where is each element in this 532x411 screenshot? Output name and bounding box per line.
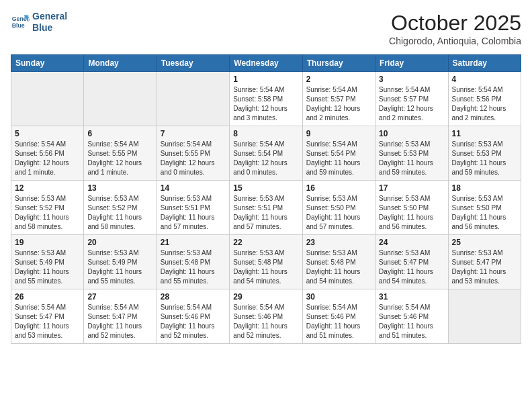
calendar-cell: 12Sunrise: 5:53 AMSunset: 5:52 PMDayligh… (11, 181, 84, 235)
calendar-cell: 13Sunrise: 5:53 AMSunset: 5:52 PMDayligh… (84, 181, 157, 235)
logo-text-line1: General (32, 11, 67, 22)
day-number: 10 (379, 129, 444, 138)
weekday-header-saturday: Saturday (448, 55, 521, 72)
day-info: Sunrise: 5:53 AMSunset: 5:51 PMDaylight:… (161, 194, 226, 232)
day-number: 3 (379, 75, 444, 84)
calendar-cell: 1Sunrise: 5:54 AMSunset: 5:58 PMDaylight… (230, 72, 302, 126)
calendar-week-row: 1Sunrise: 5:54 AMSunset: 5:58 PMDaylight… (11, 72, 521, 126)
calendar-cell: 11Sunrise: 5:53 AMSunset: 5:53 PMDayligh… (448, 126, 521, 181)
day-info: Sunrise: 5:53 AMSunset: 5:49 PMDaylight:… (87, 248, 152, 286)
page-header: General Blue General Blue October 2025 C… (11, 11, 521, 46)
day-info: Sunrise: 5:54 AMSunset: 5:57 PMDaylight:… (306, 85, 371, 123)
day-info: Sunrise: 5:53 AMSunset: 5:50 PMDaylight:… (379, 194, 444, 232)
svg-text:Blue: Blue (12, 22, 25, 29)
title-block: October 2025 Chigorodo, Antioquia, Colom… (389, 11, 521, 46)
month-title: October 2025 (389, 11, 521, 36)
calendar-week-row: 26Sunrise: 5:54 AMSunset: 5:47 PMDayligh… (11, 289, 521, 344)
calendar-cell: 28Sunrise: 5:54 AMSunset: 5:46 PMDayligh… (157, 289, 229, 344)
day-info: Sunrise: 5:54 AMSunset: 5:46 PMDaylight:… (379, 303, 444, 340)
calendar-cell: 8Sunrise: 5:54 AMSunset: 5:54 PMDaylight… (230, 126, 302, 181)
day-number: 29 (233, 292, 298, 302)
day-number: 6 (87, 129, 152, 138)
day-number: 16 (306, 183, 371, 193)
calendar-week-row: 19Sunrise: 5:53 AMSunset: 5:49 PMDayligh… (11, 235, 521, 289)
day-number: 20 (87, 238, 152, 247)
weekday-header-tuesday: Tuesday (157, 55, 229, 72)
logo-text-line2: Blue (32, 22, 67, 34)
day-number: 21 (161, 238, 226, 247)
day-info: Sunrise: 5:54 AMSunset: 5:46 PMDaylight:… (161, 303, 226, 340)
logo-icon: General Blue (11, 13, 30, 32)
calendar-cell: 15Sunrise: 5:53 AMSunset: 5:51 PMDayligh… (230, 181, 302, 235)
day-info: Sunrise: 5:53 AMSunset: 5:48 PMDaylight:… (161, 248, 226, 286)
day-number: 7 (161, 129, 226, 138)
day-number: 18 (452, 183, 517, 193)
calendar-cell: 31Sunrise: 5:54 AMSunset: 5:46 PMDayligh… (375, 289, 448, 344)
calendar-cell: 25Sunrise: 5:53 AMSunset: 5:47 PMDayligh… (448, 235, 521, 289)
day-info: Sunrise: 5:54 AMSunset: 5:55 PMDaylight:… (87, 140, 152, 177)
day-number: 15 (233, 183, 298, 193)
day-info: Sunrise: 5:54 AMSunset: 5:46 PMDaylight:… (233, 303, 298, 340)
calendar-table: SundayMondayTuesdayWednesdayThursdayFrid… (11, 54, 521, 344)
calendar-cell: 20Sunrise: 5:53 AMSunset: 5:49 PMDayligh… (84, 235, 157, 289)
calendar-cell: 16Sunrise: 5:53 AMSunset: 5:50 PMDayligh… (302, 181, 375, 235)
day-info: Sunrise: 5:53 AMSunset: 5:52 PMDaylight:… (87, 194, 152, 232)
calendar-cell: 27Sunrise: 5:54 AMSunset: 5:47 PMDayligh… (84, 289, 157, 344)
day-number: 23 (306, 238, 371, 247)
day-number: 27 (87, 292, 152, 302)
day-info: Sunrise: 5:53 AMSunset: 5:53 PMDaylight:… (379, 140, 444, 177)
calendar-cell: 7Sunrise: 5:54 AMSunset: 5:55 PMDaylight… (157, 126, 229, 181)
day-info: Sunrise: 5:53 AMSunset: 5:49 PMDaylight:… (15, 248, 80, 286)
day-number: 8 (233, 129, 298, 138)
calendar-cell: 10Sunrise: 5:53 AMSunset: 5:53 PMDayligh… (375, 126, 448, 181)
day-info: Sunrise: 5:54 AMSunset: 5:54 PMDaylight:… (233, 140, 298, 177)
weekday-header-monday: Monday (84, 55, 157, 72)
calendar-cell: 26Sunrise: 5:54 AMSunset: 5:47 PMDayligh… (11, 289, 84, 344)
day-number: 5 (15, 129, 80, 138)
calendar-cell: 14Sunrise: 5:53 AMSunset: 5:51 PMDayligh… (157, 181, 229, 235)
location-subtitle: Chigorodo, Antioquia, Colombia (389, 36, 521, 46)
calendar-cell: 2Sunrise: 5:54 AMSunset: 5:57 PMDaylight… (302, 72, 375, 126)
logo: General Blue General Blue (11, 11, 67, 34)
day-number: 30 (306, 292, 371, 302)
day-info: Sunrise: 5:54 AMSunset: 5:46 PMDaylight:… (306, 303, 371, 340)
calendar-cell (11, 72, 84, 126)
day-number: 26 (15, 292, 80, 302)
day-number: 1 (233, 75, 298, 84)
calendar-week-row: 12Sunrise: 5:53 AMSunset: 5:52 PMDayligh… (11, 181, 521, 235)
calendar-cell: 21Sunrise: 5:53 AMSunset: 5:48 PMDayligh… (157, 235, 229, 289)
calendar-week-row: 5Sunrise: 5:54 AMSunset: 5:56 PMDaylight… (11, 126, 521, 181)
day-info: Sunrise: 5:53 AMSunset: 5:48 PMDaylight:… (233, 248, 298, 286)
calendar-cell: 3Sunrise: 5:54 AMSunset: 5:57 PMDaylight… (375, 72, 448, 126)
day-info: Sunrise: 5:54 AMSunset: 5:56 PMDaylight:… (452, 85, 517, 123)
day-info: Sunrise: 5:53 AMSunset: 5:48 PMDaylight:… (306, 248, 371, 286)
day-number: 14 (161, 183, 226, 193)
day-info: Sunrise: 5:53 AMSunset: 5:50 PMDaylight:… (452, 194, 517, 232)
calendar-cell (157, 72, 229, 126)
day-info: Sunrise: 5:53 AMSunset: 5:47 PMDaylight:… (452, 248, 517, 286)
day-info: Sunrise: 5:54 AMSunset: 5:47 PMDaylight:… (87, 303, 152, 340)
calendar-cell: 6Sunrise: 5:54 AMSunset: 5:55 PMDaylight… (84, 126, 157, 181)
weekday-header-wednesday: Wednesday (230, 55, 302, 72)
day-info: Sunrise: 5:54 AMSunset: 5:56 PMDaylight:… (15, 140, 80, 177)
calendar-cell (448, 289, 521, 344)
day-number: 9 (306, 129, 371, 138)
calendar-cell: 18Sunrise: 5:53 AMSunset: 5:50 PMDayligh… (448, 181, 521, 235)
day-number: 11 (452, 129, 517, 138)
day-number: 25 (452, 238, 517, 247)
weekday-header-friday: Friday (375, 55, 448, 72)
day-number: 19 (15, 238, 80, 247)
calendar-cell: 24Sunrise: 5:53 AMSunset: 5:47 PMDayligh… (375, 235, 448, 289)
calendar-cell: 5Sunrise: 5:54 AMSunset: 5:56 PMDaylight… (11, 126, 84, 181)
day-number: 4 (452, 75, 517, 84)
day-info: Sunrise: 5:53 AMSunset: 5:52 PMDaylight:… (15, 194, 80, 232)
day-number: 28 (161, 292, 226, 302)
day-number: 13 (87, 183, 152, 193)
calendar-cell: 17Sunrise: 5:53 AMSunset: 5:50 PMDayligh… (375, 181, 448, 235)
day-info: Sunrise: 5:53 AMSunset: 5:53 PMDaylight:… (452, 140, 517, 177)
calendar-cell: 22Sunrise: 5:53 AMSunset: 5:48 PMDayligh… (230, 235, 302, 289)
day-number: 17 (379, 183, 444, 193)
day-info: Sunrise: 5:54 AMSunset: 5:58 PMDaylight:… (233, 85, 298, 123)
day-info: Sunrise: 5:53 AMSunset: 5:47 PMDaylight:… (379, 248, 444, 286)
day-number: 12 (15, 183, 80, 193)
